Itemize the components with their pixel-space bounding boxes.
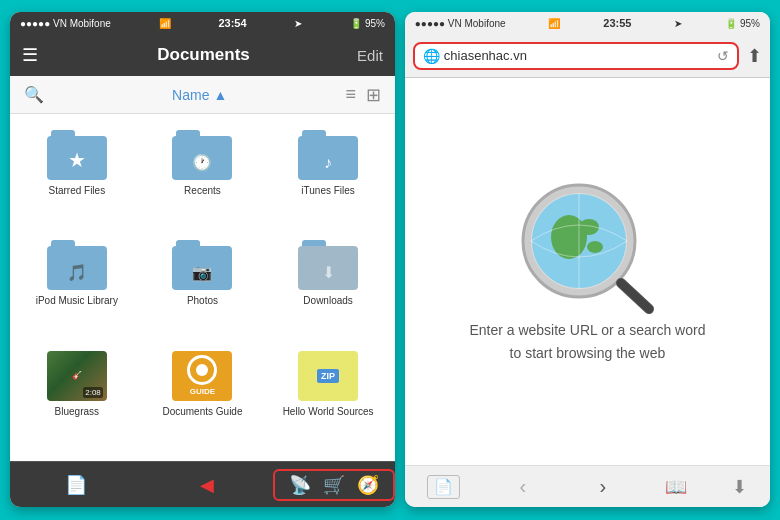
- file-label-itunes: iTunes Files: [301, 184, 355, 197]
- compass-icon: 🧭: [357, 475, 379, 495]
- file-label-starred: Starred Files: [48, 184, 105, 197]
- status-bar-left: ●●●●● VN Mobifone 📶 23:54 ➤ 🔋 95%: [10, 12, 395, 34]
- battery-left: 🔋 95%: [350, 18, 385, 29]
- globe-icon: 🌐: [423, 48, 440, 64]
- bookmark-icon[interactable]: 📖: [665, 476, 687, 498]
- back-button[interactable]: ‹: [506, 475, 541, 498]
- clock-icon: 🕐: [192, 153, 212, 172]
- zip-thumbnail: ZIP: [298, 351, 358, 401]
- toolbar: 🔍 Name ▲ ≡ ⊞: [10, 76, 395, 114]
- file-item-zip[interactable]: ZIP Hello World Sources: [267, 345, 389, 451]
- time-right: 23:55: [603, 17, 631, 29]
- camera-icon: 📷: [192, 263, 212, 282]
- bluegrass-duration: 2:08: [83, 387, 103, 398]
- carrier-left: ●●●●● VN Mobifone: [20, 18, 111, 29]
- gps-icon-left: ➤: [294, 18, 302, 29]
- file-label-zip: Hello World Sources: [283, 405, 374, 418]
- grid-view-icon[interactable]: ⊞: [366, 84, 381, 106]
- wifi-icon-right: 📶: [548, 18, 560, 29]
- file-label-guide: Documents Guide: [162, 405, 242, 418]
- arrow-icon: ◀: [200, 474, 214, 496]
- file-item-downloads[interactable]: ⬇ Downloads: [267, 234, 389, 340]
- svg-line-8: [621, 283, 649, 309]
- left-phone: ●●●●● VN Mobifone 📶 23:54 ➤ 🔋 95% ☰ Docu…: [10, 12, 395, 507]
- forward-button[interactable]: ›: [585, 475, 620, 498]
- file-item-bluegrass[interactable]: 🎸 2:08 Bluegrass: [16, 345, 138, 451]
- cart-icon: 🛒: [323, 475, 345, 495]
- time-left: 23:54: [218, 17, 246, 29]
- search-icon[interactable]: 🔍: [24, 85, 44, 104]
- nav-bar-left: ☰ Documents Edit: [10, 34, 395, 76]
- guide-thumbnail: GUIDE: [172, 351, 232, 401]
- status-bar-right: ●●●●● VN Mobifone 📶 23:55 ➤ 🔋 95%: [405, 12, 770, 34]
- url-text: chiasenhac.vn: [444, 48, 713, 63]
- url-input-wrapper[interactable]: 🌐 chiasenhac.vn ↺: [413, 42, 739, 70]
- files-grid: ★ Starred Files 🕐 Recents ♪: [10, 114, 395, 461]
- file-item-recents[interactable]: 🕐 Recents: [142, 124, 264, 230]
- sort-button[interactable]: Name ▲: [54, 87, 345, 103]
- browse-prompt-text: Enter a website URL or a search word to …: [467, 319, 707, 364]
- globe-magnifier-icon: [517, 179, 657, 319]
- hamburger-menu[interactable]: ☰: [22, 44, 38, 66]
- share-icon[interactable]: ⬆: [747, 45, 762, 67]
- carrier-right: ●●●●● VN Mobifone: [415, 18, 506, 29]
- download-icon[interactable]: ⬇: [732, 476, 747, 498]
- edit-button[interactable]: Edit: [357, 47, 383, 64]
- music-icon: ♪: [324, 154, 332, 172]
- battery-right: 🔋 95%: [725, 18, 760, 29]
- tab-cart[interactable]: 🛒: [323, 474, 345, 496]
- nav-title: Documents: [50, 45, 357, 65]
- documents-tab-icon: 📄: [65, 474, 87, 496]
- tab-wifi[interactable]: 📡: [289, 474, 311, 496]
- file-item-guide[interactable]: GUIDE Documents Guide: [142, 345, 264, 451]
- ipod-icon: 🎵: [67, 263, 87, 282]
- star-icon: ★: [68, 148, 86, 172]
- browser-tab-bar: 📄 ‹ › 📖 ⬇: [405, 465, 770, 507]
- file-item-photos[interactable]: 📷 Photos: [142, 234, 264, 340]
- file-label-photos: Photos: [187, 294, 218, 307]
- tab-pages-icon[interactable]: 📄: [427, 475, 460, 499]
- file-item-ipod[interactable]: 🎵 iPod Music Library: [16, 234, 138, 340]
- wifi-tab-icon: 📡: [289, 475, 311, 495]
- guide-label-thumb: GUIDE: [190, 387, 215, 396]
- file-label-downloads: Downloads: [303, 294, 352, 307]
- file-label-recents: Recents: [184, 184, 221, 197]
- right-phone: ●●●●● VN Mobifone 📶 23:55 ➤ 🔋 95% 🌐 chia…: [405, 12, 770, 507]
- bluegrass-thumbnail: 🎸 2:08: [47, 351, 107, 401]
- tab-flights[interactable]: ◀: [141, 462, 272, 507]
- file-item-itunes[interactable]: ♪ iTunes Files: [267, 124, 389, 230]
- list-view-icon[interactable]: ≡: [345, 84, 356, 106]
- zip-badge: ZIP: [317, 369, 339, 383]
- tab-boxed-group: 📡 🛒 🧭: [273, 469, 395, 501]
- wifi-icon-left: 📶: [159, 18, 171, 29]
- file-item-starred[interactable]: ★ Starred Files: [16, 124, 138, 230]
- download-folder-icon: ⬇: [322, 263, 335, 282]
- browser-content: Enter a website URL or a search word to …: [405, 78, 770, 465]
- reload-icon[interactable]: ↺: [717, 48, 729, 64]
- url-bar: 🌐 chiasenhac.vn ↺ ⬆: [405, 34, 770, 78]
- tab-bar-left: 📄 ◀ 📡 🛒 🧭: [10, 461, 395, 507]
- file-label-bluegrass: Bluegrass: [55, 405, 99, 418]
- gps-icon-right: ➤: [674, 18, 682, 29]
- svg-point-3: [587, 241, 603, 253]
- view-toggle: ≡ ⊞: [345, 84, 381, 106]
- tab-compass[interactable]: 🧭: [357, 474, 379, 496]
- svg-point-1: [551, 215, 587, 259]
- file-label-ipod: iPod Music Library: [36, 294, 118, 307]
- tab-documents[interactable]: 📄: [10, 462, 141, 507]
